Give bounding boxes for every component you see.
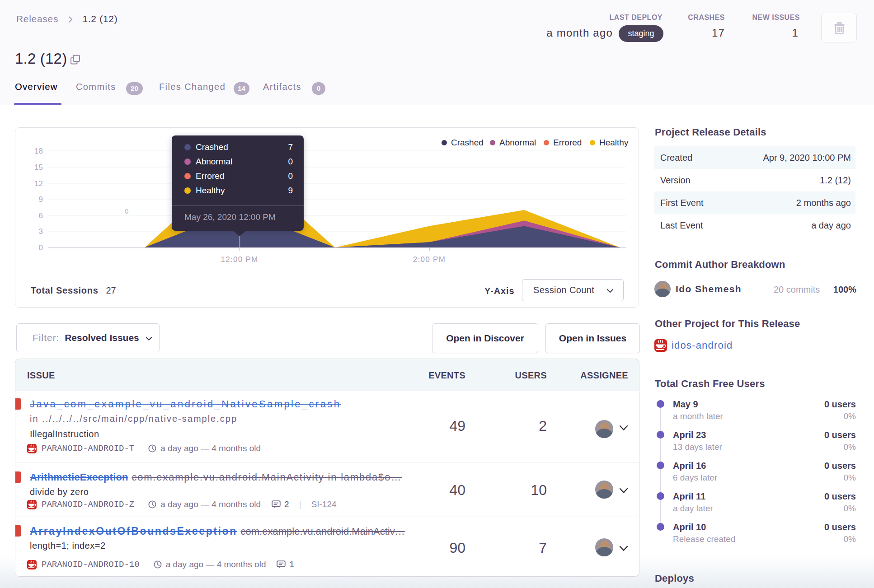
- svg-text:6: 6: [39, 211, 43, 220]
- svg-text:0: 0: [39, 243, 43, 252]
- svg-text:0: 0: [125, 207, 128, 215]
- svg-text:12: 12: [34, 179, 43, 188]
- svg-text:9: 9: [39, 195, 43, 204]
- svg-text:15: 15: [34, 163, 43, 172]
- svg-text:18: 18: [34, 147, 43, 155]
- svg-text:2:00 PM: 2:00 PM: [413, 255, 446, 264]
- svg-text:12:00 PM: 12:00 PM: [221, 255, 258, 264]
- svg-text:3: 3: [39, 227, 43, 236]
